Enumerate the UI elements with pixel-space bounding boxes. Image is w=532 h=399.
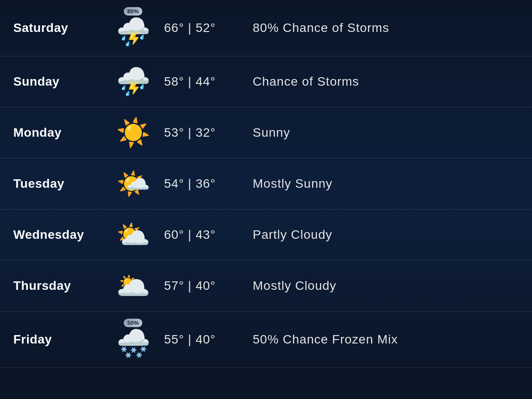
weather-description: 80% Chance of Storms: [235, 21, 389, 35]
weather-emoji: 🌨️: [116, 328, 150, 359]
weather-emoji: 🌤️: [116, 168, 150, 200]
weather-icon-mostly-cloudy: 🌥️: [111, 270, 155, 302]
forecast-row: Monday☀️53° | 32°Sunny: [0, 107, 532, 158]
temperature-range: 58° | 44°: [155, 75, 235, 89]
forecast-row: Thursday🌥️57° | 40°Mostly Cloudy: [0, 261, 532, 312]
day-name: Sunday: [13, 75, 111, 89]
forecast-container: Saturday80%⛈️66° | 52°80% Chance of Stor…: [0, 0, 532, 368]
weather-icon-sunny: ☀️: [111, 117, 155, 149]
temperature-range: 57° | 40°: [155, 279, 235, 293]
weather-emoji: ⛈️: [116, 66, 150, 98]
weather-description: Mostly Sunny: [235, 177, 332, 191]
forecast-row: Friday50%🌨️55° | 40°50% Chance Frozen Mi…: [0, 312, 532, 368]
temperature-range: 54° | 36°: [155, 177, 235, 191]
weather-icon-mostly-sunny: 🌤️: [111, 168, 155, 200]
weather-description: Sunny: [235, 126, 290, 140]
temperature-range: 53° | 32°: [155, 126, 235, 140]
weather-description: 50% Chance Frozen Mix: [235, 332, 398, 347]
temperature-range: 55° | 40°: [155, 332, 235, 347]
day-name: Friday: [13, 332, 111, 347]
day-name: Tuesday: [13, 177, 111, 191]
weather-emoji: ⛈️: [116, 16, 150, 48]
day-name: Thursday: [13, 279, 111, 293]
weather-badge: 50%: [124, 319, 142, 327]
weather-description: Chance of Storms: [235, 75, 359, 89]
weather-description: Partly Cloudy: [235, 228, 332, 242]
weather-emoji: 🌥️: [116, 270, 150, 302]
day-name: Monday: [13, 126, 111, 140]
weather-icon-frozen: 50%🌨️: [111, 320, 155, 359]
day-name: Wednesday: [13, 228, 111, 242]
forecast-row: Wednesday⛅60° | 43°Partly Cloudy: [0, 209, 532, 261]
weather-icon-storm-heavy: 80%⛈️: [111, 8, 155, 48]
temperature-range: 66° | 52°: [155, 21, 235, 35]
weather-badge: 80%: [124, 7, 142, 16]
weather-description: Mostly Cloudy: [235, 279, 336, 293]
day-name: Saturday: [13, 21, 111, 35]
weather-emoji: ⛅: [116, 219, 150, 251]
forecast-row: Tuesday🌤️54° | 36°Mostly Sunny: [0, 158, 532, 209]
weather-icon-storm-light: ⛈️: [111, 66, 155, 98]
weather-emoji: ☀️: [116, 117, 150, 149]
forecast-row: Saturday80%⛈️66° | 52°80% Chance of Stor…: [0, 0, 532, 56]
forecast-row: Sunday⛈️58° | 44°Chance of Storms: [0, 56, 532, 107]
temperature-range: 60° | 43°: [155, 228, 235, 242]
weather-icon-partly-cloudy: ⛅: [111, 219, 155, 251]
